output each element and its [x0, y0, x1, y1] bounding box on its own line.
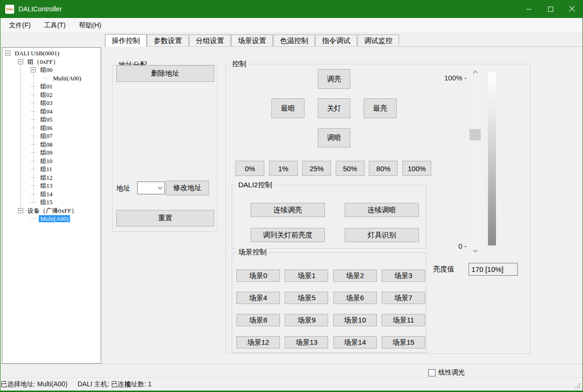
light-off-button[interactable]: 关灯	[318, 98, 350, 118]
scroll-up-button[interactable]	[469, 68, 481, 76]
linear-dimming-label: 线性调光	[438, 368, 465, 377]
tree-connector	[31, 177, 36, 178]
scroll-down-button[interactable]	[469, 246, 481, 255]
menu-item-1[interactable]: 工具(T)	[37, 19, 72, 32]
tree-item[interactable]: Multi(A00)	[2, 215, 101, 223]
tree-item-label: 组06	[39, 124, 54, 131]
statusbar: DALI 主机: 已连接地址数: 1已选择地址: Multi(A00)	[0, 378, 583, 391]
tree-item[interactable]: 组10	[2, 157, 101, 166]
window-title: DALIController	[18, 5, 62, 13]
tree-collapse-icon[interactable]	[31, 67, 36, 72]
dim-down-button[interactable]: 调暗	[318, 128, 350, 148]
scene-button-12[interactable]: 场景12	[236, 336, 280, 348]
divider	[0, 364, 583, 364]
tree-item-label: 组10	[39, 157, 54, 165]
tree-item-label: 设备（广播0xFF）	[26, 207, 78, 214]
close-icon	[569, 6, 575, 12]
tree-item[interactable]: 组01	[2, 82, 101, 91]
tree-item-label: 组12	[39, 174, 54, 181]
tree-connector	[31, 161, 36, 161]
scene-button-15[interactable]: 场景15	[382, 336, 425, 348]
scene-button-13[interactable]: 场景13	[285, 336, 328, 348]
tree-collapse-icon[interactable]	[5, 51, 10, 56]
scene-button-3[interactable]: 场景3	[382, 270, 425, 282]
linear-dimming-row: 线性调光	[428, 368, 465, 377]
scene-button-8[interactable]: 场景8	[236, 314, 280, 326]
app-icon-text: DALI	[6, 8, 13, 11]
app-icon: DALI	[5, 5, 14, 14]
tree-item[interactable]: 组（0xFF）	[2, 58, 101, 66]
tree-item[interactable]: 组00	[2, 66, 101, 74]
menu-item-2[interactable]: 帮助(H)	[72, 19, 108, 32]
scene-button-14[interactable]: 场景14	[333, 336, 377, 348]
menu-item-0[interactable]: 文件(F)	[2, 19, 37, 32]
percent-button-80[interactable]: 80%	[369, 161, 398, 176]
tab-2[interactable]: 分组设置	[189, 35, 231, 46]
tree-item[interactable]: 组06	[2, 124, 101, 132]
percent-button-1[interactable]: 1%	[269, 161, 298, 176]
scene-button-10[interactable]: 场景10	[333, 314, 377, 326]
tree-item-label: 组08	[39, 141, 54, 148]
scene-button-5[interactable]: 场景5	[285, 292, 328, 304]
scene-button-2[interactable]: 场景2	[333, 270, 377, 282]
tree-connector	[31, 169, 36, 169]
percent-button-0[interactable]: 0%	[235, 161, 264, 176]
tree-collapse-icon[interactable]	[18, 59, 23, 64]
tree-item[interactable]: 组15	[2, 198, 101, 207]
tree-item[interactable]: 组07	[2, 132, 101, 140]
percent-button-100[interactable]: 100%	[402, 161, 431, 176]
percent-button-50[interactable]: 50%	[336, 161, 365, 176]
modify-address-button[interactable]: 修改地址	[166, 181, 209, 195]
scene-button-11[interactable]: 场景11	[382, 314, 425, 326]
maximize-icon	[548, 7, 553, 12]
tree-item[interactable]: 组13	[2, 182, 101, 190]
scene-button-grid: 场景0场景1场景2场景3场景4场景5场景6场景7场景8场景9场景10场景11场景…	[236, 270, 425, 348]
scene-button-9[interactable]: 场景9	[285, 314, 328, 326]
tree-item[interactable]: 组14	[2, 190, 101, 199]
tree-item[interactable]: 组02	[2, 91, 101, 99]
reset-button[interactable]: 重置	[116, 210, 214, 226]
dali2-button-2[interactable]: 调到关灯前亮度	[251, 228, 325, 242]
tab-6[interactable]: 调试监控	[357, 35, 399, 46]
tree-item[interactable]: 组04	[2, 107, 101, 116]
address-combobox[interactable]	[137, 182, 165, 194]
scene-button-0[interactable]: 场景0	[236, 270, 280, 282]
tree-item[interactable]: 组09	[2, 148, 101, 157]
tab-4[interactable]: 色温控制	[273, 35, 315, 46]
tree-item[interactable]: 组05	[2, 115, 101, 124]
resize-grip-icon[interactable]	[575, 383, 580, 388]
tree-item[interactable]: 组03	[2, 99, 101, 107]
maximize-button[interactable]	[539, 0, 561, 18]
linear-dimming-checkbox[interactable]	[428, 369, 435, 376]
tab-3[interactable]: 场景设置	[231, 35, 273, 46]
tab-1[interactable]: 参数设置	[147, 35, 189, 46]
dali2-button-1[interactable]: 连续调暗	[345, 203, 419, 217]
tree-item[interactable]: 组11	[2, 165, 101, 174]
brightness-value-field[interactable]: 170 [10%]	[469, 263, 518, 276]
tab-0[interactable]: 操作控制	[105, 34, 147, 47]
window-controls	[518, 0, 583, 18]
tree-connector	[31, 119, 36, 120]
percent-button-25[interactable]: 25%	[302, 161, 331, 176]
max-brightness-button[interactable]: 最亮	[364, 98, 397, 118]
brightness-scrollbar[interactable]	[469, 68, 481, 255]
tab-5[interactable]: 指令调试	[315, 35, 357, 46]
minimize-button[interactable]	[518, 0, 539, 18]
tree-item[interactable]: 组08	[2, 140, 101, 149]
tree-item[interactable]: Multi(A00)	[2, 74, 101, 83]
scene-button-4[interactable]: 场景4	[236, 292, 280, 304]
scrollbar-thumb[interactable]	[470, 129, 481, 140]
address-button-3[interactable]: 删除地址	[116, 65, 214, 82]
scene-button-6[interactable]: 场景6	[333, 292, 377, 304]
tree-collapse-icon[interactable]	[18, 208, 23, 213]
scene-button-1[interactable]: 场景1	[285, 270, 328, 282]
dali2-button-3[interactable]: 灯具识别	[345, 228, 419, 242]
scene-button-7[interactable]: 场景7	[382, 292, 425, 304]
dim-up-button[interactable]: 调亮	[318, 69, 350, 89]
min-brightness-button[interactable]: 最暗	[271, 98, 305, 118]
tree-item[interactable]: DALI USB(0001)	[2, 49, 101, 58]
tree-item[interactable]: 设备（广播0xFF）	[2, 207, 101, 215]
close-button[interactable]	[561, 0, 583, 18]
tree-item[interactable]: 组12	[2, 174, 101, 182]
dali2-button-0[interactable]: 连续调亮	[251, 203, 325, 217]
